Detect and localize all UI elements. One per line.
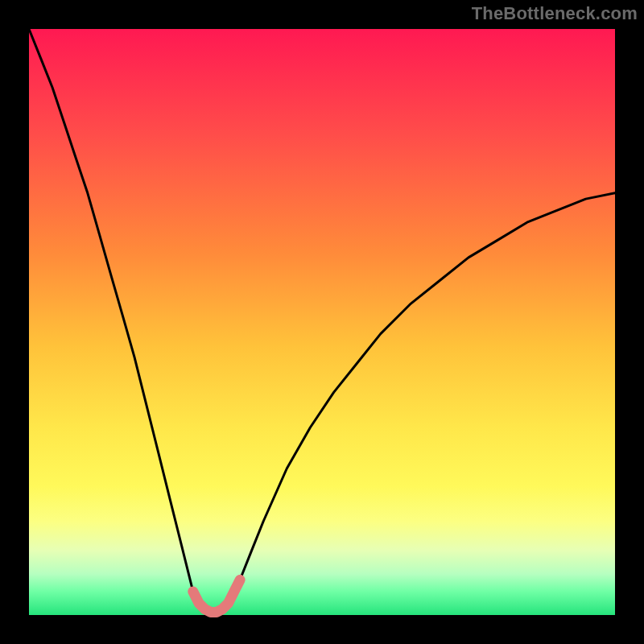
red-valley-marker (193, 580, 240, 612)
plot-area (29, 29, 615, 615)
black-curve (29, 29, 615, 612)
watermark-text: TheBottleneck.com (472, 3, 638, 24)
chart-svg (29, 29, 615, 615)
chart-frame: TheBottleneck.com (0, 0, 644, 644)
